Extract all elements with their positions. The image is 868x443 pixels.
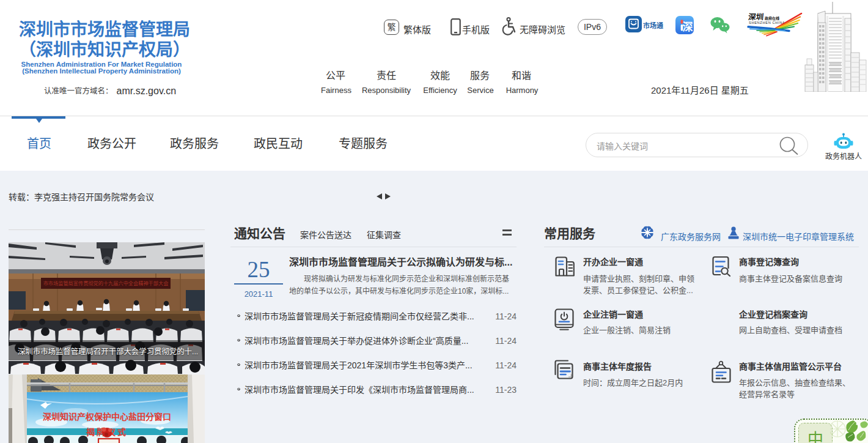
svg-text:政府在线: 政府在线 (765, 16, 779, 21)
svg-text:深圳知识产权保护中心盐田分窗口: 深圳知识产权保护中心盐田分窗口 (43, 412, 171, 422)
svg-text:SHENZHEN CHINA: SHENZHEN CHINA (749, 21, 785, 24)
svg-text:市市场监管局宣传贯彻党的十九届六中全会精神干部大会: 市市场监管局宣传贯彻党的十九届六中全会精神干部大会 (43, 280, 169, 286)
svg-text:深: 深 (683, 21, 693, 33)
